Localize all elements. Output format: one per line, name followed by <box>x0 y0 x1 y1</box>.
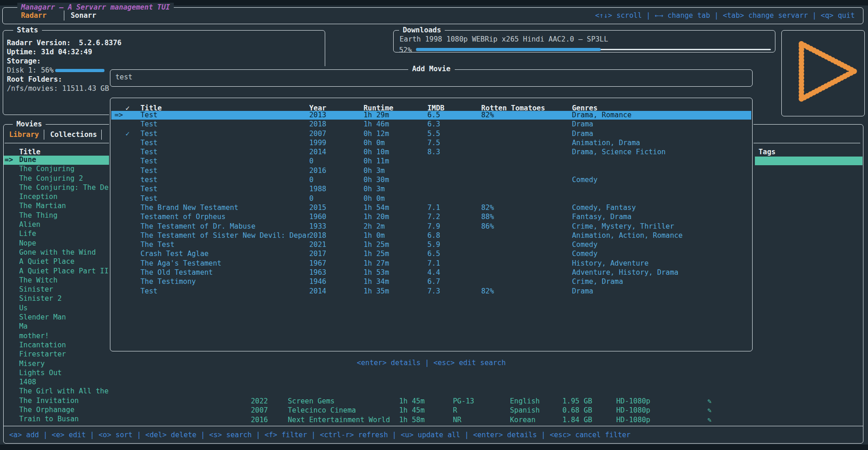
library-movie-item[interactable]: The Conjuring <box>4 165 109 174</box>
library-movie-item[interactable]: Slender Man <box>4 313 109 322</box>
result-year: 1946 <box>309 277 326 286</box>
result-title: Test <box>140 130 157 138</box>
bottom-terminal-strip <box>0 445 868 450</box>
library-movie-item[interactable]: Gone with the Wind <box>4 248 109 257</box>
result-year: 2007 <box>309 130 326 138</box>
movie-result-row[interactable]: The Brand New Testament 2015 1h 54m 7.1 … <box>110 204 752 213</box>
result-runtime: 0h 0m <box>364 139 385 147</box>
movie-size: 0.68 GB <box>562 406 592 414</box>
movie-title: Sinister 2 <box>19 294 62 303</box>
movie-result-row[interactable]: Test 1999 0h 0m 7.5 Animation, Drama <box>110 139 752 148</box>
tab-collections[interactable]: Collections <box>50 131 97 139</box>
movie-result-row[interactable]: test 0 0h 30m Comedy <box>110 176 752 185</box>
movie-result-row[interactable]: Test 2016 0h 3m <box>110 167 752 176</box>
result-year: 2016 <box>309 167 326 175</box>
movie-title: The Witch <box>19 276 57 284</box>
movie-result-row[interactable]: The Testament of Sister New Devil: Depar… <box>110 231 752 241</box>
movie-runtime: 1h 58m <box>399 416 425 424</box>
result-year: 1999 <box>309 139 326 147</box>
library-movie-item[interactable]: Ma <box>4 322 109 331</box>
result-title: Test <box>140 167 157 175</box>
movie-result-row[interactable]: Test 2018 1h 46m 6.3 Drama <box>110 120 752 129</box>
movie-result-row[interactable]: Testament of Orpheus 1960 1h 20m 7.2 88%… <box>110 213 752 222</box>
result-imdb: 7.9 <box>427 222 440 230</box>
movie-language: Korean <box>510 416 535 424</box>
result-genres: Animation, Drama <box>572 139 640 147</box>
library-movie-item[interactable]: Firestarter <box>4 350 109 359</box>
library-table-row[interactable]: 2007 Telecinco Cinema 1h 45m R Spanish 0… <box>0 406 868 415</box>
library-movie-item[interactable]: The Conjuring 2 <box>4 174 109 183</box>
result-rotten-tomatoes: 82% <box>481 111 494 119</box>
library-movie-item[interactable]: The Thing <box>4 211 109 220</box>
library-movie-item[interactable]: Life <box>4 230 109 239</box>
library-movie-item[interactable]: Sinister <box>4 285 109 294</box>
result-runtime: 1h 54m <box>364 204 389 212</box>
library-movie-item[interactable]: Lights Out <box>4 369 109 378</box>
result-imdb: 6.5 <box>427 111 440 119</box>
movie-result-row[interactable]: ✓ Test 2007 0h 12m 5.5 Drama <box>110 130 752 139</box>
movie-size: 1.95 GB <box>562 397 592 405</box>
managarr-logo <box>797 40 861 105</box>
movie-title: Slender Man <box>19 313 66 321</box>
movie-result-row[interactable]: The Test 2021 1h 25m 5.9 Comedy <box>110 241 752 250</box>
download-progress-bar <box>416 48 601 51</box>
library-movie-item[interactable]: Sinister 2 <box>4 294 109 303</box>
movie-result-row[interactable]: Test 2014 1h 35m 7.3 82% Drama <box>110 287 752 296</box>
movie-title: Sinister <box>19 285 53 293</box>
movie-result-row[interactable]: The Testament of Dr. Mabuse 1933 2h 2m 7… <box>110 222 752 231</box>
library-movie-item[interactable]: Misery <box>4 360 109 369</box>
tab-sonarr[interactable]: Sonarr <box>71 11 96 20</box>
modal-title: Add Movie <box>408 65 455 73</box>
library-table-row[interactable]: 2016 Next Entertainment World 1h 58m NR … <box>0 416 868 425</box>
result-imdb: 7.1 <box>427 204 440 212</box>
movie-title: Lights Out <box>19 369 62 377</box>
result-imdb: 7.3 <box>427 287 440 295</box>
library-title-column-header: Title <box>19 148 41 156</box>
movie-language: Spanish <box>510 406 540 414</box>
movie-result-row[interactable]: => Test 2013 1h 29m 6.5 82% Drama, Roman… <box>110 111 752 120</box>
movie-result-row[interactable]: Test 1988 0h 3m <box>110 185 752 194</box>
tab-radarr[interactable]: Radarr <box>21 11 47 20</box>
movie-result-row[interactable]: The Old Testament 1963 1h 53m 4.4 Advent… <box>110 268 752 277</box>
movie-result-row[interactable]: Test 2014 0h 10m 8.3 Drama, Science Fict… <box>110 148 752 157</box>
library-movie-item[interactable]: mother! <box>4 332 109 341</box>
add-movie-search-input[interactable] <box>115 73 745 81</box>
movie-result-row[interactable]: Test 0 0h 11m <box>110 157 752 166</box>
modal-keybind-hints: <enter> details | <esc> edit search <box>109 359 754 367</box>
result-title: Test <box>140 287 157 295</box>
library-movie-item[interactable]: A Quiet Place <box>4 257 109 267</box>
library-table-row[interactable]: 2022 Screen Gems 1h 45m PG-13 English 1.… <box>0 397 868 406</box>
library-movie-item[interactable]: A Quiet Place Part II <box>4 267 109 276</box>
result-runtime: 1h 53m <box>364 268 389 277</box>
movie-result-row[interactable]: Crash Test Aglae 2017 1h 25m 6.5 Comedy <box>110 250 752 259</box>
selected-row-tags-cell <box>755 157 863 165</box>
result-year: 2015 <box>309 204 326 212</box>
movie-result-row[interactable]: The Aga's Testament 1967 1h 27m 7.1 Hist… <box>110 259 752 268</box>
movie-result-row[interactable]: Test 0 0h 0m <box>110 194 752 204</box>
library-movie-item[interactable]: Alien <box>4 220 109 230</box>
result-runtime: 1h 0m <box>364 231 385 240</box>
movie-year: 2022 <box>251 397 268 405</box>
library-movie-item[interactable]: => Dune <box>4 156 109 165</box>
result-runtime: 2h 2m <box>364 222 385 230</box>
tab-library[interactable]: Library <box>9 131 39 139</box>
disk-usage-bar <box>55 69 104 72</box>
result-imdb: 6.7 <box>427 277 440 286</box>
library-movie-item[interactable]: Us <box>4 304 109 313</box>
library-movie-item[interactable]: The Witch <box>4 276 109 285</box>
result-title: The Old Testament <box>140 268 213 277</box>
library-movie-item[interactable]: The Girl with All the <box>4 387 109 396</box>
library-movie-item[interactable]: Incantation <box>4 341 109 350</box>
movie-result-row[interactable]: The Testimony 1946 1h 34m 6.7 Crime, Dra… <box>110 277 752 287</box>
library-movie-item[interactable]: The Martian <box>4 202 109 211</box>
library-movie-item[interactable]: The Conjuring: The De <box>4 183 109 193</box>
movie-title: Life <box>19 230 36 238</box>
stats-panel-title: Stats <box>13 26 42 35</box>
result-title: The Brand New Testament <box>140 204 239 212</box>
result-rotten-tomatoes: 86% <box>481 222 494 230</box>
library-movie-item[interactable]: Nope <box>4 239 109 248</box>
result-year: 1963 <box>309 268 326 277</box>
movie-title: Incantation <box>19 341 66 349</box>
library-movie-item[interactable]: 1408 <box>4 378 109 387</box>
library-movie-item[interactable]: Inception <box>4 193 109 202</box>
